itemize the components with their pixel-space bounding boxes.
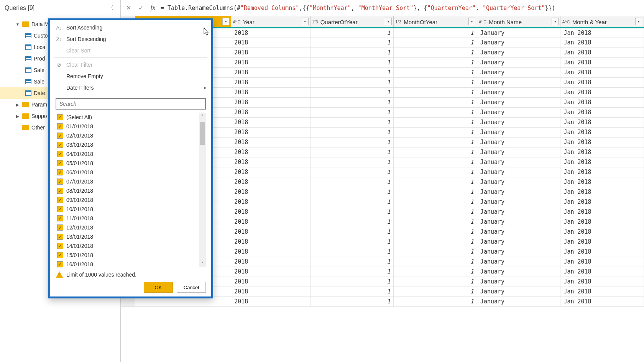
- cell[interactable]: 1: [310, 77, 394, 87]
- column-header-month-name[interactable]: AᵇCMonth Name▼: [477, 16, 560, 28]
- cell[interactable]: 1: [310, 28, 394, 38]
- checkbox-icon[interactable]: ✓: [57, 123, 63, 129]
- cell[interactable]: 1: [310, 167, 394, 177]
- cell[interactable]: Jan 2018: [560, 177, 644, 187]
- cell[interactable]: 1: [310, 147, 394, 157]
- cell[interactable]: January: [477, 247, 560, 257]
- column-header-quarterofyear[interactable]: 1²3QuarterOfYear▼: [310, 16, 394, 28]
- checkbox-icon[interactable]: ✓: [57, 151, 63, 157]
- cell[interactable]: January: [477, 67, 560, 77]
- cell[interactable]: 2018: [231, 97, 310, 107]
- cell[interactable]: January: [477, 77, 560, 87]
- cell[interactable]: January: [477, 147, 560, 157]
- cancel-button[interactable]: Cancel: [177, 282, 206, 293]
- cell[interactable]: 2018: [231, 67, 310, 77]
- cell[interactable]: January: [477, 287, 560, 296]
- checkbox-icon[interactable]: ✓: [57, 261, 63, 267]
- cell[interactable]: 1: [310, 48, 394, 57]
- checkbox-icon[interactable]: ✓: [57, 133, 63, 139]
- cell[interactable]: 2018: [231, 187, 310, 197]
- cell[interactable]: 1: [310, 57, 394, 67]
- cell[interactable]: January: [477, 38, 560, 48]
- cell[interactable]: January: [477, 177, 560, 187]
- filter-value-row[interactable]: ✓04/01/2018: [56, 149, 206, 159]
- cell[interactable]: 1: [394, 237, 477, 247]
- checkbox-icon[interactable]: ✓: [57, 252, 63, 258]
- cell[interactable]: January: [477, 277, 560, 287]
- twist-icon[interactable]: ▶: [15, 103, 20, 107]
- cell[interactable]: 2018: [231, 267, 310, 277]
- cell[interactable]: Jan 2018: [560, 147, 644, 157]
- cell[interactable]: January: [477, 107, 560, 117]
- column-header-monthofyear[interactable]: 1²3MonthOfYear▼: [394, 16, 477, 28]
- cell[interactable]: Jan 2018: [560, 247, 644, 257]
- formula-confirm-icon[interactable]: ✓: [136, 3, 145, 13]
- checkbox-icon[interactable]: ✓: [57, 206, 63, 212]
- remove-empty-item[interactable]: Remove Empty: [50, 70, 211, 82]
- cell[interactable]: 1: [394, 167, 477, 177]
- sort-descending-item[interactable]: Z↓ Sort Descending: [50, 33, 211, 45]
- cell[interactable]: Jan 2018: [560, 77, 644, 87]
- cell[interactable]: January: [477, 296, 560, 306]
- cell[interactable]: 1: [394, 187, 477, 197]
- cell[interactable]: 2018: [231, 296, 310, 306]
- checkbox-icon[interactable]: ✓: [57, 169, 63, 175]
- cell[interactable]: 2018: [231, 127, 310, 137]
- scroll-up-icon[interactable]: ˄: [199, 113, 206, 120]
- cell[interactable]: 1: [310, 257, 394, 267]
- cell[interactable]: January: [477, 167, 560, 177]
- cell[interactable]: 1: [394, 77, 477, 87]
- cell[interactable]: 1: [394, 57, 477, 67]
- cell[interactable]: Jan 2018: [560, 137, 644, 147]
- cell[interactable]: 1: [310, 247, 394, 257]
- cell[interactable]: 1: [310, 97, 394, 107]
- column-dropdown-icon[interactable]: ▼: [635, 18, 642, 25]
- checkbox-icon[interactable]: ✓: [57, 142, 63, 148]
- cell[interactable]: 2018: [231, 207, 310, 217]
- cell[interactable]: Jan 2018: [560, 167, 644, 177]
- filter-value-row[interactable]: ✓14/01/2018: [56, 241, 206, 251]
- cell[interactable]: 2018: [231, 57, 310, 67]
- cell[interactable]: 1: [394, 217, 477, 227]
- cell[interactable]: 1: [310, 197, 394, 207]
- filter-value-row[interactable]: ✓09/01/2018: [56, 195, 206, 205]
- formula-cancel-icon[interactable]: ✕: [124, 3, 133, 13]
- cell[interactable]: Jan 2018: [560, 107, 644, 117]
- cell[interactable]: 1: [310, 137, 394, 147]
- cell[interactable]: Jan 2018: [560, 296, 644, 306]
- column-dropdown-icon[interactable]: ▼: [552, 18, 559, 25]
- cell[interactable]: Jan 2018: [560, 67, 644, 77]
- fx-icon[interactable]: fx: [148, 3, 158, 13]
- column-header-month-&-year[interactable]: AᵇCMonth & Year▼: [560, 16, 644, 28]
- cell[interactable]: 1: [310, 296, 394, 306]
- checkbox-icon[interactable]: ✓: [57, 160, 63, 166]
- cell[interactable]: Jan 2018: [560, 187, 644, 197]
- cell[interactable]: 1: [310, 87, 394, 97]
- cell[interactable]: 1: [394, 287, 477, 296]
- cell[interactable]: 1: [310, 157, 394, 167]
- cell[interactable]: January: [477, 117, 560, 127]
- cell[interactable]: Jan 2018: [560, 207, 644, 217]
- twist-icon[interactable]: ▼: [15, 22, 20, 26]
- cell[interactable]: 1: [394, 177, 477, 187]
- cell[interactable]: 2018: [231, 107, 310, 117]
- scroll-thumb[interactable]: [200, 122, 205, 145]
- filter-value-row[interactable]: ✓11/01/2018: [56, 214, 206, 223]
- cell[interactable]: January: [477, 197, 560, 207]
- filter-value-row[interactable]: ✓06/01/2018: [56, 168, 206, 177]
- cell[interactable]: 2018: [231, 227, 310, 237]
- cell[interactable]: Jan 2018: [560, 57, 644, 67]
- cell[interactable]: Jan 2018: [560, 287, 644, 296]
- column-dropdown-icon[interactable]: ▼: [385, 18, 392, 25]
- cell[interactable]: January: [477, 48, 560, 57]
- cell[interactable]: Jan 2018: [560, 257, 644, 267]
- filter-value-row[interactable]: ✓07/01/2018: [56, 177, 206, 186]
- cell[interactable]: 2018: [231, 117, 310, 127]
- cell[interactable]: 1: [394, 48, 477, 57]
- cell[interactable]: January: [477, 157, 560, 167]
- cell[interactable]: Jan 2018: [560, 217, 644, 227]
- cell[interactable]: 1: [394, 277, 477, 287]
- checkbox-icon[interactable]: ✓: [57, 215, 63, 221]
- cell[interactable]: January: [477, 87, 560, 97]
- cell[interactable]: 1: [310, 107, 394, 117]
